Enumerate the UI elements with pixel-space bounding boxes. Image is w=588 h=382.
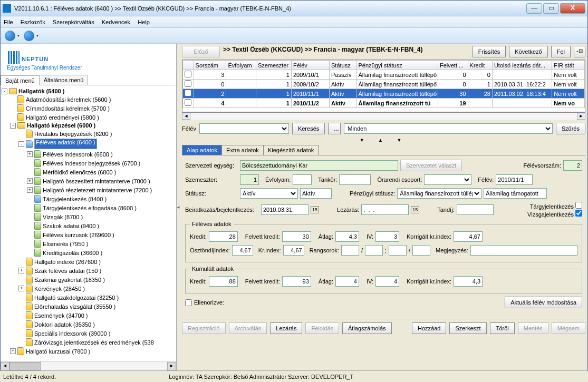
tree-node[interactable]: +Hallgató részletezett mintatanterve (72… — [2, 185, 175, 194]
menu-role[interactable]: Szerepkörváltás — [53, 19, 94, 25]
maximize-button[interactable]: ▭ — [543, 3, 559, 14]
filter-all-select[interactable]: Minden — [344, 123, 552, 134]
tree-node[interactable]: -Féléves adatok (6400 ) — [2, 138, 175, 150]
kkr-input[interactable] — [209, 276, 238, 287]
table-row[interactable]: 012009/10/2AktívÁllamilag finanszírozott… — [183, 80, 585, 89]
tree-hscroll[interactable]: ◄ ► — [1, 361, 176, 370]
meg-input[interactable] — [470, 245, 577, 256]
grid-scroll-right-icon[interactable]: ► — [577, 113, 585, 120]
pst-select[interactable]: Államilag finanszírozott túllépő ( — [397, 188, 481, 199]
tree-toggle-icon[interactable]: + — [27, 187, 33, 193]
col-header[interactable]: Évfolyam — [226, 61, 256, 70]
col-header[interactable]: Félév — [291, 61, 329, 70]
akt-button[interactable]: Aktuális félév módosítása — [505, 297, 582, 308]
tree-toggle-icon[interactable]: + — [18, 286, 24, 291]
tree-toggle-icon[interactable]: + — [27, 151, 33, 157]
collapse-down-icon[interactable]: ▼ ▲ ▼ — [182, 138, 585, 143]
scroll-left-icon[interactable]: ◄ — [1, 362, 9, 370]
tab-own-menu[interactable]: Saját menü — [1, 75, 40, 85]
nav-back-button[interactable] — [5, 31, 15, 41]
tab-supp-data[interactable]: Kiegészítő adatok — [263, 145, 319, 155]
tree-node[interactable]: Féléves indexsor bejegyzések (6700 ) — [2, 159, 175, 168]
menu-fav[interactable]: Kedvencek — [102, 19, 130, 25]
nav-forward-button[interactable] — [24, 31, 34, 41]
tree-node[interactable]: Adatmódosítási kérelmek (5600 ) — [2, 95, 175, 104]
pin-button[interactable]: -⊟ — [574, 46, 585, 57]
search-more-button[interactable]: ... — [328, 123, 341, 134]
tree-node[interactable]: +Hallgató összesített mintatanterve (700… — [2, 177, 175, 185]
rng1-input[interactable] — [341, 245, 359, 256]
row-checkbox[interactable] — [185, 90, 191, 96]
row-checkbox[interactable] — [185, 71, 191, 77]
filter-button[interactable]: Szűrés — [556, 123, 585, 134]
tree-node[interactable]: Speciális indexsorok (39000 ) — [2, 329, 175, 338]
menu-help[interactable]: Help — [138, 19, 150, 25]
ell-checkbox[interactable] — [185, 299, 192, 306]
col-header[interactable]: Kredit — [468, 61, 492, 70]
tree-node[interactable]: Címmódosítási kérelmek (5700 ) — [2, 104, 175, 113]
tree-node[interactable]: Hallgató szakdolgozatai (32250 ) — [2, 293, 175, 302]
menu-file[interactable]: File — [4, 19, 13, 25]
tree-node[interactable]: Elismerés (7950 ) — [2, 239, 175, 248]
tree-node[interactable]: Záróvizsga jelentkezések és eredmények (… — [2, 338, 175, 347]
prev-button[interactable]: Előző — [182, 46, 220, 57]
lez-input[interactable] — [361, 204, 409, 215]
kfkr-input[interactable] — [282, 276, 311, 287]
tree-node[interactable]: Szakmai gyakorlat (18350 ) — [2, 275, 175, 284]
tree-node[interactable]: +Hallgató kurzusai (7800 ) — [2, 347, 175, 356]
tree-node[interactable]: Féléves kurzusok (269600 ) — [2, 230, 175, 239]
table-row[interactable]: 412010/11/2AktívÁllamilag finanszírozott… — [183, 99, 585, 108]
date-picker-icon[interactable]: 15 — [311, 206, 319, 213]
bei-input[interactable] — [261, 204, 309, 215]
row-checkbox[interactable] — [185, 99, 191, 106]
row-checkbox[interactable] — [185, 80, 191, 87]
tree-node[interactable]: +Szak féléves adatai (150 ) — [2, 266, 175, 275]
tree-toggle-icon[interactable]: + — [10, 348, 16, 354]
rng3-input[interactable] — [389, 245, 407, 256]
tree-node[interactable]: Események (34700 ) — [2, 311, 175, 320]
tree-toggle-icon[interactable]: - — [10, 123, 16, 129]
cancel-button[interactable]: Mégsem — [552, 322, 585, 334]
edit-button[interactable]: Szerkeszt — [449, 322, 486, 334]
tree-toggle-icon[interactable]: + — [18, 268, 24, 273]
nav-forward-menu[interactable]: ▾ — [36, 33, 38, 38]
tree-node[interactable]: -Hallgató képzései (6000 ) — [2, 122, 175, 129]
grid-hscroll[interactable]: ◄► — [182, 112, 585, 120]
col-header[interactable]: Pénzügyi státusz — [356, 61, 438, 70]
ocs-select[interactable] — [424, 174, 471, 185]
tree-node[interactable]: Szakok adatai (9400 ) — [2, 221, 175, 230]
tree[interactable]: -Hallgatók (5400 )Adatmódosítási kérelme… — [1, 85, 176, 361]
rng2-input[interactable] — [365, 245, 383, 256]
tree-node[interactable]: Mérföldkő ellenőrzés (6800 ) — [2, 168, 175, 177]
tree-toggle-icon[interactable]: - — [18, 141, 24, 147]
kr-input[interactable] — [209, 231, 238, 242]
tree-node[interactable]: -Hallgatók (5400 ) — [2, 87, 175, 95]
unlock-button[interactable]: Feloldás — [305, 322, 339, 334]
next-button[interactable]: Következő — [509, 46, 547, 57]
save-button[interactable]: Mentés — [518, 322, 548, 334]
grid[interactable]: SorszámÉvfolyamSzemeszterFélévStátuszPén… — [182, 60, 585, 112]
col-header[interactable]: Státusz — [330, 61, 356, 70]
add-button[interactable]: Hozzáad — [412, 322, 446, 334]
date-picker-icon[interactable]: 15 — [411, 206, 419, 213]
col-header[interactable]: Felvett ... — [438, 61, 468, 70]
tree-toggle-icon[interactable]: - — [2, 89, 7, 94]
grid-scroll-left-icon[interactable]: ◄ — [182, 113, 190, 120]
search-button[interactable]: Keresés — [292, 123, 325, 134]
minimize-button[interactable]: — — [526, 3, 542, 14]
tan-input[interactable] — [339, 174, 371, 185]
filter-semester-select[interactable] — [199, 123, 289, 134]
rng4-input[interactable] — [412, 245, 430, 256]
st-select[interactable]: Aktív — [240, 188, 298, 199]
scroll-right-icon[interactable]: ► — [167, 362, 176, 370]
table-row[interactable]: 312009/10/1PasszívÁllamilag finanszírozo… — [183, 70, 585, 80]
close-sem-button[interactable]: Lezárás — [270, 322, 302, 334]
iv-input[interactable] — [375, 231, 399, 242]
tree-node[interactable]: Tárgyjelentkezés (8400 ) — [2, 194, 175, 203]
tree-node[interactable]: +Kérvények (28450 ) — [2, 284, 175, 293]
up-button[interactable]: Fel — [551, 46, 571, 57]
vzs-checkbox[interactable] — [575, 210, 582, 217]
tree-node[interactable]: Hallgató indexe (267600 ) — [2, 257, 175, 266]
col-header[interactable]: Sorszám — [194, 61, 226, 70]
refresh-button[interactable]: Frissítés — [473, 46, 506, 57]
